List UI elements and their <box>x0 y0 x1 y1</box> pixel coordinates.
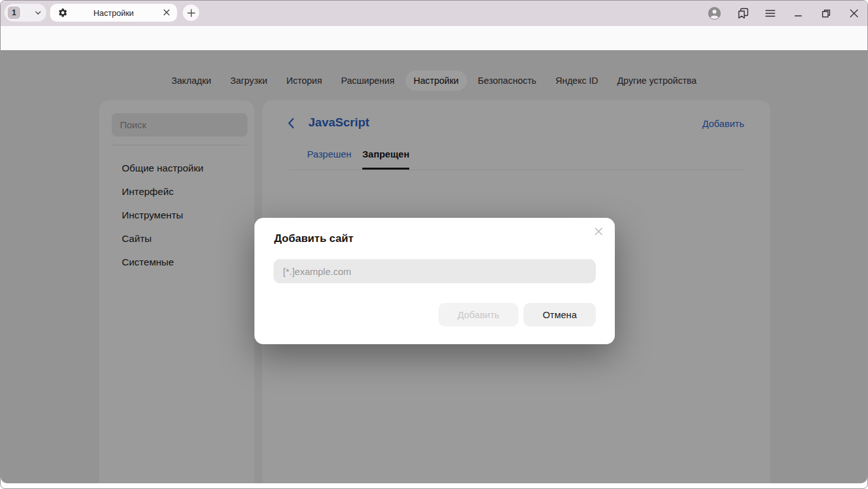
add-site-dialog: Добавить сайт Добавить Отмена <box>254 218 615 344</box>
new-tab-button[interactable] <box>183 4 199 21</box>
tab-group-badge[interactable]: 1 <box>7 6 21 20</box>
site-url-input[interactable] <box>273 259 596 283</box>
window-close-icon[interactable] <box>847 6 861 20</box>
dialog-add-button[interactable]: Добавить <box>438 303 518 326</box>
navigation-toolbar: Я settings Настройки <box>1 26 867 50</box>
settings-page: Закладки Загрузки История Расширения Нас… <box>1 50 867 483</box>
browser-tab-settings[interactable]: Настройки <box>50 4 177 22</box>
chevron-down-icon[interactable] <box>34 9 42 17</box>
dialog-close-icon[interactable] <box>594 227 603 236</box>
tab-title: Настройки <box>50 8 177 18</box>
dialog-title: Добавить сайт <box>274 232 353 245</box>
dialog-actions: Добавить Отмена <box>438 303 596 326</box>
tab-group-control[interactable]: 1 <box>4 4 46 22</box>
tab-close-icon[interactable] <box>162 8 171 17</box>
titlebar: 1 Настройки <box>1 1 867 26</box>
dialog-cancel-button[interactable]: Отмена <box>523 303 596 326</box>
gear-icon <box>58 8 68 18</box>
menu-hamburger-icon[interactable] <box>763 6 777 20</box>
bookmarks-panel-icon[interactable] <box>736 6 750 20</box>
window-restore-icon[interactable] <box>819 6 833 20</box>
window-minimize-icon[interactable] <box>791 6 805 20</box>
site-url-field[interactable] <box>273 259 596 283</box>
browser-window: 1 Настройки <box>0 0 868 489</box>
profile-avatar[interactable] <box>707 6 721 20</box>
